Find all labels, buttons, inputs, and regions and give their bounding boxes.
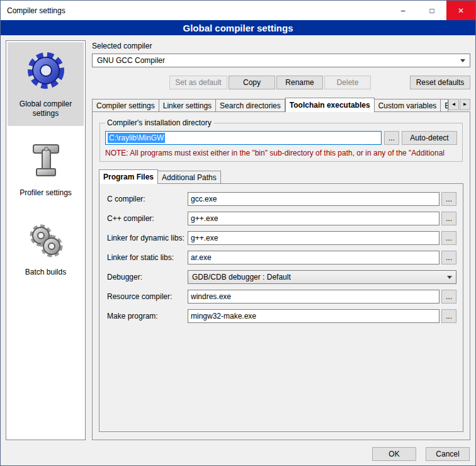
compiler-settings-window: Compiler settings – □ ✕ Global compiler … [0, 0, 476, 466]
dialog-footer: OK Cancel [1, 443, 475, 465]
make-program-browse-button[interactable]: ... [441, 309, 456, 323]
subtab-program-files[interactable]: Program Files [99, 169, 158, 184]
field-row-make-program: Make program: ... [107, 309, 456, 323]
sidebar-item-label: Profiler settings [20, 188, 72, 198]
dynamic-linker-input[interactable] [188, 231, 439, 245]
installation-directory-legend: Compiler's installation directory [105, 118, 213, 127]
tab-build-options-truncated[interactable]: Buil [441, 99, 448, 111]
debugger-select[interactable]: GDB/CDB debugger : Default [188, 270, 456, 284]
toolchain-subtabs: Program Files Additional Paths [99, 169, 463, 183]
main-panel: Selected compiler GNU GCC Compiler Set a… [92, 40, 470, 440]
minimize-button[interactable]: – [388, 1, 417, 20]
static-linker-label: Linker for static libs: [107, 253, 188, 262]
dynamic-linker-label: Linker for dynamic libs: [107, 234, 188, 242]
field-row-resource-compiler: Resource compiler: ... [107, 290, 456, 304]
window-title: Compiler settings [1, 6, 65, 15]
titlebar: Compiler settings – □ ✕ [1, 1, 475, 20]
static-linker-browse-button[interactable]: ... [441, 251, 456, 264]
copy-button[interactable]: Copy [229, 76, 275, 89]
profiler-icon [26, 141, 66, 183]
delete-button[interactable]: Delete [324, 76, 371, 89]
sidebar-item-global-compiler-settings[interactable]: Global compiler settings [8, 42, 84, 126]
installation-directory-group: Compiler's installation directory C:\ray… [99, 118, 463, 162]
resource-compiler-input[interactable] [188, 290, 439, 304]
chevron-down-icon [460, 59, 465, 62]
dynamic-linker-browse-button[interactable]: ... [441, 231, 456, 245]
settings-tabstrip: Compiler settings Linker settings Search… [92, 98, 470, 111]
blue-gear-icon [24, 48, 68, 94]
cpp-compiler-browse-button[interactable]: ... [441, 212, 456, 225]
chevron-down-icon [447, 276, 452, 279]
compiler-select-value: GNU GCC Compiler [97, 56, 456, 65]
make-program-input[interactable] [188, 309, 439, 323]
installation-directory-input[interactable]: C:\raylib\MinGW [105, 131, 382, 145]
resource-compiler-label: Resource compiler: [107, 292, 188, 301]
sidebar-item-profiler-settings[interactable]: Profiler settings [8, 135, 84, 205]
sidebar-item-label: Batch builds [25, 268, 66, 277]
tab-compiler-settings[interactable]: Compiler settings [92, 99, 159, 111]
tab-search-directories[interactable]: Search directories [216, 99, 285, 111]
toolchain-executables-panel: Compiler's installation directory C:\ray… [92, 111, 470, 440]
tab-scroll-right-button[interactable]: ► [460, 99, 470, 110]
field-row-debugger: Debugger: GDB/CDB debugger : Default [107, 270, 456, 284]
field-row-dynamic-linker: Linker for dynamic libs: ... [107, 231, 456, 245]
selected-compiler-label: Selected compiler [92, 42, 470, 50]
compiler-actions-row: Set as default Copy Rename Delete Reset … [92, 76, 470, 89]
c-compiler-input[interactable] [188, 192, 439, 206]
debugger-label: Debugger: [107, 273, 188, 281]
cpp-compiler-label: C++ compiler: [107, 214, 188, 223]
bin-subdirectory-note: NOTE: All programs must exist either in … [105, 149, 457, 157]
rename-button[interactable]: Rename [276, 76, 323, 89]
tab-toolchain-executables[interactable]: Toolchain executables [285, 98, 375, 112]
program-files-panel: C compiler: ... C++ compiler: ... Linker… [99, 183, 463, 432]
field-row-c-compiler: C compiler: ... [107, 192, 456, 206]
reset-defaults-button[interactable]: Reset defaults [410, 76, 470, 89]
auto-detect-button[interactable]: Auto-detect [402, 131, 457, 145]
tab-linker-settings[interactable]: Linker settings [159, 99, 216, 111]
make-program-label: Make program: [107, 312, 188, 321]
sidebar-item-batch-builds[interactable]: Batch builds [8, 214, 84, 285]
cancel-button[interactable]: Cancel [426, 447, 470, 461]
c-compiler-browse-button[interactable]: ... [441, 192, 456, 206]
cpp-compiler-input[interactable] [188, 212, 439, 225]
installation-directory-browse-button[interactable]: ... [384, 131, 399, 145]
field-row-static-linker: Linker for static libs: ... [107, 251, 456, 264]
debugger-select-value: GDB/CDB debugger : Default [192, 273, 443, 281]
subtab-additional-paths[interactable]: Additional Paths [158, 171, 221, 183]
settings-sidebar: Global compiler settings [6, 40, 86, 440]
set-as-default-button[interactable]: Set as default [169, 76, 227, 89]
installation-directory-value: C:\raylib\MinGW [108, 133, 165, 143]
static-linker-input[interactable] [188, 251, 439, 264]
dialog-body: Global compiler settings [1, 35, 475, 443]
close-button[interactable]: ✕ [446, 1, 475, 20]
c-compiler-label: C compiler: [107, 195, 188, 203]
tab-custom-variables[interactable]: Custom variables [375, 99, 441, 111]
sidebar-item-label: Global compiler settings [9, 99, 82, 118]
window-controls: – □ ✕ [388, 1, 475, 20]
field-row-cpp-compiler: C++ compiler: ... [107, 212, 456, 225]
resource-compiler-browse-button[interactable]: ... [441, 290, 456, 304]
batch-gears-icon [26, 220, 66, 263]
dialog-banner: Global compiler settings [1, 20, 475, 35]
ok-button[interactable]: OK [372, 447, 416, 461]
maximize-button[interactable]: □ [417, 1, 446, 20]
tab-scroll-left-button[interactable]: ◄ [448, 99, 459, 110]
tab-scroll-controls: ◄ ► [448, 99, 470, 110]
compiler-select[interactable]: GNU GCC Compiler [92, 54, 470, 67]
